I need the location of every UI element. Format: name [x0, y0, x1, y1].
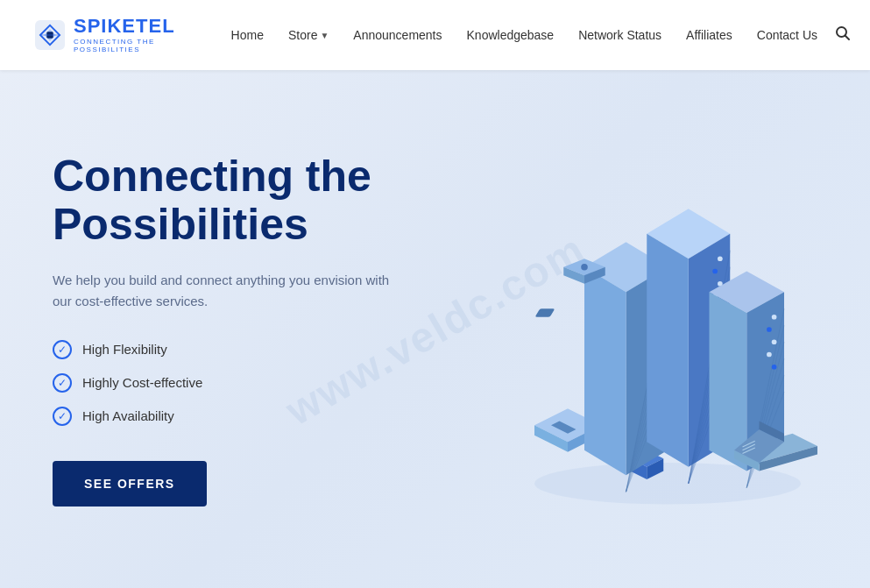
svg-line-3	[845, 35, 850, 39]
feature-item-3: ✓ High Availability	[53, 407, 435, 426]
svg-rect-27	[535, 308, 555, 317]
search-button[interactable]	[828, 18, 858, 53]
feature-label-1: High Flexibility	[82, 342, 167, 357]
svg-point-56	[767, 327, 772, 332]
svg-point-39	[718, 256, 723, 261]
search-icon	[835, 25, 851, 41]
main-nav: Home Store ▼ Announcements Knowledgebase…	[221, 21, 828, 49]
hero-section: www.veldc.com Connecting the Possibiliti…	[0, 70, 870, 588]
nav-knowledgebase[interactable]: Knowledgebase	[456, 21, 565, 49]
logo-tagline: CONNECTING THE POSSIBILITIES	[74, 38, 186, 53]
nav-announcements[interactable]: Announcements	[343, 21, 452, 49]
see-offers-button[interactable]: SEE OFFERS	[53, 461, 207, 507]
hero-subtitle: We help you build and connect anything y…	[53, 270, 403, 312]
svg-point-59	[772, 364, 777, 369]
hero-content: Connecting the Possibilities We help you…	[53, 152, 435, 507]
svg-point-57	[772, 339, 777, 344]
features-list: ✓ High Flexibility ✓ Highly Cost-effecti…	[53, 340, 435, 426]
check-icon-3: ✓	[53, 407, 72, 426]
nav-home[interactable]: Home	[221, 21, 274, 49]
check-icon-2: ✓	[53, 373, 72, 393]
site-header: SPIKETEL CONNECTING THE POSSIBILITIES Ho…	[0, 0, 870, 70]
nav-network-status[interactable]: Network Status	[568, 21, 672, 49]
feature-label-3: High Availability	[82, 408, 174, 423]
hero-title: Connecting the Possibilities	[53, 152, 435, 249]
check-icon-1: ✓	[53, 340, 72, 359]
feature-label-2: Highly Cost-effective	[82, 375, 202, 390]
feature-item-1: ✓ High Flexibility	[53, 340, 435, 359]
logo-link[interactable]: SPIKETEL CONNECTING THE POSSIBILITIES	[35, 15, 186, 55]
server-illustration	[485, 145, 817, 514]
nav-contact-us[interactable]: Contact Us	[746, 21, 828, 49]
hero-illustration	[435, 145, 818, 514]
nav-affiliates[interactable]: Affiliates	[675, 21, 743, 49]
svg-point-58	[767, 351, 772, 357]
logo-icon	[35, 15, 65, 55]
svg-point-71	[581, 263, 588, 270]
logo-text: SPIKETEL CONNECTING THE POSSIBILITIES	[74, 17, 186, 53]
svg-marker-30	[647, 233, 689, 466]
svg-marker-48	[710, 292, 747, 471]
nav-store[interactable]: Store ▼	[278, 21, 339, 49]
svg-marker-14	[584, 266, 626, 475]
logo-name: SPIKETEL	[74, 17, 186, 36]
svg-point-40	[712, 268, 718, 273]
feature-item-2: ✓ Highly Cost-effective	[53, 373, 435, 393]
store-chevron-icon: ▼	[320, 31, 329, 40]
svg-point-55	[772, 314, 777, 319]
